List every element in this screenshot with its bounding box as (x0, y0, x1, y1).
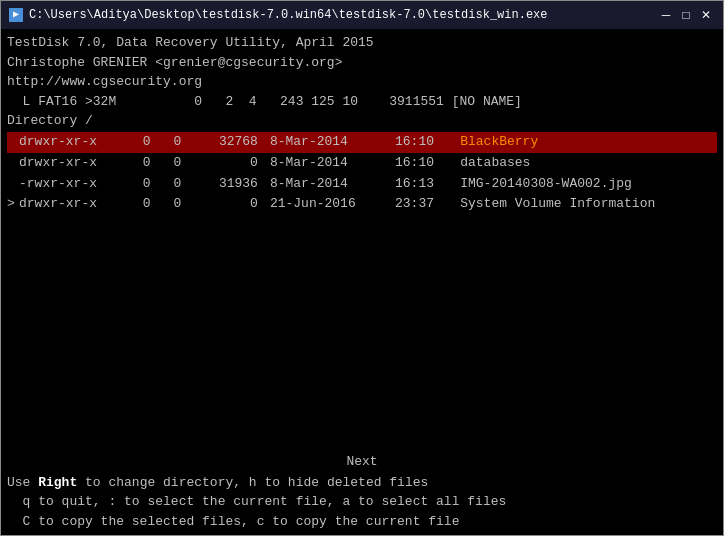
minimize-button[interactable]: ─ (657, 6, 675, 24)
row-filename: databases (452, 153, 717, 174)
help-line-2: q to quit, : to select the current file,… (7, 492, 717, 512)
info-line-2: Christophe GRENIER <grenier@cgsecurity.o… (7, 53, 717, 73)
row-filename: System Volume Information (452, 194, 717, 215)
row-filename: BlackBerry (452, 132, 717, 153)
table-row[interactable]: >drwxr-xr-x00021-Jun-201623:37System Vol… (7, 194, 717, 215)
info-line-1: TestDisk 7.0, Data Recovery Utility, Apr… (7, 33, 717, 53)
row-size: 31936 (185, 174, 262, 195)
window-title: C:\Users\Aditya\Desktop\testdisk-7.0.win… (29, 8, 547, 22)
row-date: 21-Jun-2016 (262, 194, 387, 215)
row-uid: 0 (124, 174, 155, 195)
title-bar-left: ▶ C:\Users\Aditya\Desktop\testdisk-7.0.w… (9, 8, 547, 22)
row-arrow (7, 174, 19, 195)
table-row[interactable]: -rwxr-xr-x00319368-Mar-201416:13IMG-2014… (7, 174, 717, 195)
row-uid: 0 (124, 194, 155, 215)
row-time: 16:13 (387, 174, 452, 195)
row-time: 16:10 (387, 153, 452, 174)
row-gid: 0 (155, 174, 186, 195)
maximize-button[interactable]: □ (677, 6, 695, 24)
row-arrow (7, 153, 19, 174)
info-line-3: http://www.cgsecurity.org (7, 72, 717, 92)
row-time: 16:10 (387, 132, 452, 153)
help-lines: Use Right to change directory, h to hide… (7, 473, 717, 532)
help-line-1: Use Right to change directory, h to hide… (7, 473, 717, 493)
info-section: TestDisk 7.0, Data Recovery Utility, Apr… (7, 33, 717, 111)
info-line-4: L FAT16 >32M 0 2 4 243 125 10 3911551 [N… (7, 92, 717, 112)
row-time: 23:37 (387, 194, 452, 215)
row-size: 0 (185, 153, 262, 174)
help-line-3: C to copy the selected files, c to copy … (7, 512, 717, 532)
bold-right: Right (38, 475, 77, 490)
row-perms: drwxr-xr-x (19, 132, 124, 153)
row-perms: drwxr-xr-x (19, 194, 124, 215)
row-gid: 0 (155, 132, 186, 153)
row-size: 0 (185, 194, 262, 215)
row-uid: 0 (124, 132, 155, 153)
row-date: 8-Mar-2014 (262, 132, 387, 153)
row-uid: 0 (124, 153, 155, 174)
table-row[interactable]: drwxr-xr-x00327688-Mar-201416:10BlackBer… (7, 132, 717, 153)
row-size: 32768 (185, 132, 262, 153)
terminal-area: TestDisk 7.0, Data Recovery Utility, Apr… (1, 29, 723, 535)
directory-label: Directory / (7, 113, 717, 128)
row-date: 8-Mar-2014 (262, 174, 387, 195)
next-label: Next (7, 454, 717, 469)
row-filename: IMG-20140308-WA002.jpg (452, 174, 717, 195)
close-button[interactable]: ✕ (697, 6, 715, 24)
app-icon: ▶ (9, 8, 23, 22)
row-gid: 0 (155, 153, 186, 174)
row-gid: 0 (155, 194, 186, 215)
row-arrow (7, 132, 19, 153)
row-perms: -rwxr-xr-x (19, 174, 124, 195)
title-bar: ▶ C:\Users\Aditya\Desktop\testdisk-7.0.w… (1, 1, 723, 29)
title-bar-controls: ─ □ ✕ (657, 6, 715, 24)
row-date: 8-Mar-2014 (262, 153, 387, 174)
row-arrow: > (7, 194, 19, 215)
main-window: ▶ C:\Users\Aditya\Desktop\testdisk-7.0.w… (0, 0, 724, 536)
bottom-section: Next Use Right to change directory, h to… (7, 454, 717, 532)
file-list: drwxr-xr-x00327688-Mar-201416:10BlackBer… (7, 132, 717, 215)
table-row[interactable]: drwxr-xr-x0008-Mar-201416:10databases (7, 153, 717, 174)
row-perms: drwxr-xr-x (19, 153, 124, 174)
